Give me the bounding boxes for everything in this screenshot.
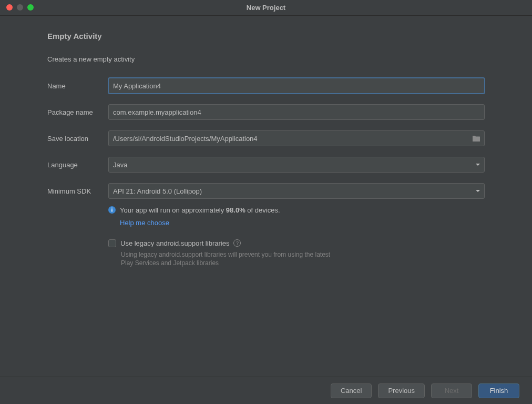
package-row: Package name [47,104,485,120]
device-coverage-text: Your app will run on approximately 98.0%… [120,205,280,216]
language-row: Language Java [47,157,485,173]
legacy-checkbox-row: Use legacy android.support libraries ? [108,239,485,247]
next-button: Next [431,383,472,398]
svg-point-2 [111,208,112,209]
legacy-checkbox[interactable] [108,239,116,247]
info-icon [108,206,116,214]
close-window-button[interactable] [6,4,13,11]
location-input[interactable] [108,130,485,146]
finish-button[interactable]: Finish [478,383,519,398]
minimize-window-button[interactable] [17,4,23,11]
help-icon[interactable]: ? [233,239,241,247]
browse-folder-icon[interactable] [472,135,480,142]
device-coverage-info: Your app will run on approximately 98.0%… [108,205,485,216]
window-controls [6,4,34,11]
maximize-window-button[interactable] [27,4,34,11]
minsdk-row: Minimum SDK API 21: Android 5.0 (Lollipo… [47,183,485,199]
package-label: Package name [47,108,108,116]
name-row: Name [47,78,485,94]
window-title: New Project [0,4,532,12]
titlebar: New Project [0,0,532,16]
dialog-content: Empty Activity Creates a new empty activ… [0,16,532,268]
minsdk-value: API 21: Android 5.0 (Lollipop) [113,187,202,195]
minsdk-label: Minimum SDK [47,187,108,195]
page-description: Creates a new empty activity [47,55,485,63]
language-value: Java [113,161,127,169]
previous-button[interactable]: Previous [378,383,425,398]
minsdk-select[interactable]: API 21: Android 5.0 (Lollipop) [108,183,485,199]
chevron-down-icon [476,190,480,192]
svg-rect-1 [111,209,112,212]
location-row: Save location [47,130,485,146]
dialog-footer: Cancel Previous Next Finish [0,377,532,404]
package-input[interactable] [108,104,485,120]
location-label: Save location [47,135,108,143]
page-title: Empty Activity [47,32,485,41]
cancel-button[interactable]: Cancel [331,383,372,398]
language-label: Language [47,161,108,169]
name-label: Name [47,82,108,90]
legacy-checkbox-label: Use legacy android.support libraries [120,239,229,247]
chevron-down-icon [476,164,480,166]
language-select[interactable]: Java [108,157,485,173]
name-input[interactable] [108,78,485,94]
help-me-choose-link[interactable]: Help me choose [120,219,169,227]
legacy-hint: Using legacy android.support libraries w… [121,250,342,268]
